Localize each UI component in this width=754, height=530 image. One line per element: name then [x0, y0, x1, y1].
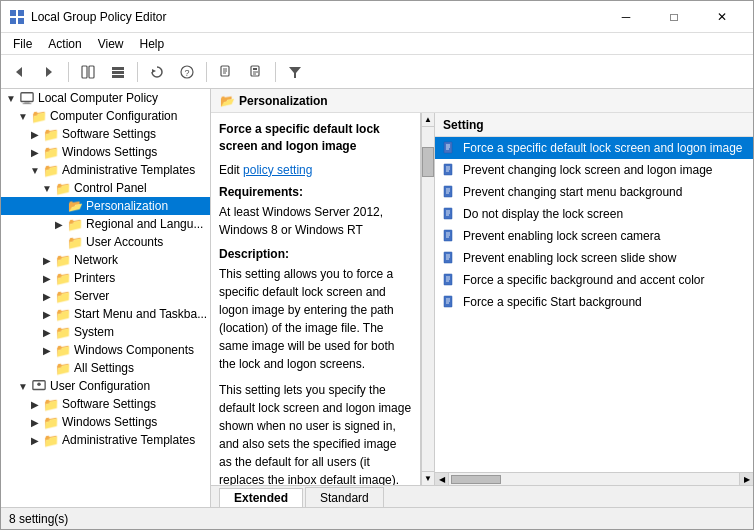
desc-scrollbar[interactable]: ▲ ▼	[421, 113, 435, 485]
folder-icon: 📁	[55, 342, 71, 358]
settings-item-2[interactable]: Prevent changing start menu background	[435, 181, 753, 203]
tree-item-label: Printers	[74, 271, 115, 285]
refresh-button[interactable]	[143, 59, 171, 85]
menu-file[interactable]: File	[5, 35, 40, 53]
toolbar: ?	[1, 55, 753, 89]
tree-item-software-settings[interactable]: ▶ 📁 Software Settings	[1, 125, 210, 143]
new-policy-button[interactable]	[212, 59, 240, 85]
settings-item-6[interactable]: Force a specific background and accent c…	[435, 269, 753, 291]
tree-item-label: Windows Settings	[62, 145, 157, 159]
tree-item-admin-templates-uc[interactable]: ▶ 📁 Administrative Templates	[1, 431, 210, 449]
folder-open-icon: 📂	[67, 198, 83, 214]
close-button[interactable]: ✕	[699, 1, 745, 33]
expand-icon: ▶	[27, 147, 43, 158]
minimize-button[interactable]: ─	[603, 1, 649, 33]
horiz-scrollbar[interactable]: ◀ ▶	[435, 472, 753, 485]
properties-button[interactable]	[242, 59, 270, 85]
tree-item-server[interactable]: ▶ 📁 Server	[1, 287, 210, 305]
settings-item-5[interactable]: Prevent enabling lock screen slide show	[435, 247, 753, 269]
filter-button[interactable]	[281, 59, 309, 85]
menu-view[interactable]: View	[90, 35, 132, 53]
tab-extended[interactable]: Extended	[219, 488, 303, 507]
menu-help[interactable]: Help	[132, 35, 173, 53]
requirements-text: At least Windows Server 2012, Windows 8 …	[219, 203, 412, 239]
expand-icon: ▶	[39, 255, 55, 266]
tree-item-start-menu[interactable]: ▶ 📁 Start Menu and Taskba...	[1, 305, 210, 323]
menu-action[interactable]: Action	[40, 35, 89, 53]
tree-item-local-computer[interactable]: ▼ Local Computer Policy	[1, 89, 210, 107]
scroll-left-arrow[interactable]: ◀	[435, 473, 449, 486]
tree-item-computer-config[interactable]: ▼ 📁 Computer Configuration	[1, 107, 210, 125]
setting-doc-icon-2	[441, 184, 457, 200]
tree-item-software-settings-uc[interactable]: ▶ 📁 Software Settings	[1, 395, 210, 413]
tree-item-control-panel[interactable]: ▼ 📁 Control Panel	[1, 179, 210, 197]
folder-icon: 📁	[55, 252, 71, 268]
svg-rect-0	[10, 10, 16, 16]
show-hide-button[interactable]	[74, 59, 102, 85]
settings-item-label-6: Force a specific background and accent c…	[463, 273, 747, 287]
folder-icon: 📁	[55, 180, 71, 196]
tree-item-all-settings[interactable]: 📁 All Settings	[1, 359, 210, 377]
main-window: Local Group Policy Editor ─ □ ✕ File Act…	[0, 0, 754, 530]
svg-rect-44	[444, 230, 452, 241]
settings-item-0[interactable]: Force a specific default lock screen and…	[435, 137, 753, 159]
svg-rect-3	[18, 18, 24, 24]
user-config-icon	[31, 378, 47, 394]
folder-icon: 📁	[55, 288, 71, 304]
folder-icon: 📁	[67, 216, 83, 232]
tree-item-network[interactable]: ▶ 📁 Network	[1, 251, 210, 269]
settings-item-label-4: Prevent enabling lock screen camera	[463, 229, 747, 243]
tab-standard[interactable]: Standard	[305, 487, 384, 507]
requirements-title: Requirements:	[219, 185, 412, 199]
split-panel: Force a specific default lock screen and…	[211, 113, 753, 485]
maximize-button[interactable]: □	[651, 1, 697, 33]
tree-item-admin-templates[interactable]: ▼ 📁 Administrative Templates	[1, 161, 210, 179]
tree-item-label: Computer Configuration	[50, 109, 177, 123]
settings-item-label-7: Force a specific Start background	[463, 295, 747, 309]
setting-doc-icon-4	[441, 228, 457, 244]
tree-item-user-accounts[interactable]: 📁 User Accounts	[1, 233, 210, 251]
scroll-track	[422, 127, 434, 471]
scroll-thumb[interactable]	[422, 147, 434, 177]
help-button[interactable]: ?	[173, 59, 201, 85]
svg-rect-19	[253, 68, 257, 70]
scroll-down-arrow[interactable]: ▼	[422, 471, 434, 485]
tree-item-label: Network	[74, 253, 118, 267]
tree-item-windows-settings-uc[interactable]: ▶ 📁 Windows Settings	[1, 413, 210, 431]
expand-icon: ▶	[39, 309, 55, 320]
folder-icon: 📁	[43, 414, 59, 430]
setting-doc-icon-6	[441, 272, 457, 288]
scroll-up-arrow[interactable]: ▲	[422, 113, 434, 127]
svg-rect-9	[112, 71, 124, 74]
settings-item-7[interactable]: Force a specific Start background	[435, 291, 753, 313]
tree-item-personalization[interactable]: 📂 Personalization	[1, 197, 210, 215]
setting-doc-icon-1	[441, 162, 457, 178]
expand-icon: ▶	[39, 291, 55, 302]
expand-icon: ▼	[39, 183, 55, 194]
expand-icon: ▼	[15, 111, 31, 122]
tree-item-windows-settings-cc[interactable]: ▶ 📁 Windows Settings	[1, 143, 210, 161]
back-button[interactable]	[5, 59, 33, 85]
settings-item-3[interactable]: Do not display the lock screen	[435, 203, 753, 225]
forward-button[interactable]	[35, 59, 63, 85]
horiz-scroll-thumb[interactable]	[451, 475, 501, 484]
settings-header: Setting	[435, 113, 753, 137]
list-view-button[interactable]	[104, 59, 132, 85]
tree-item-regional[interactable]: ▶ 📁 Regional and Langu...	[1, 215, 210, 233]
tree-item-user-configuration[interactable]: ▼ User Configuration	[1, 377, 210, 395]
settings-item-4[interactable]: Prevent enabling lock screen camera	[435, 225, 753, 247]
scroll-right-arrow[interactable]: ▶	[739, 473, 753, 486]
edit-label: Edit	[219, 163, 240, 177]
desc-edit-section: Edit policy setting	[219, 163, 412, 177]
tree-item-label: Regional and Langu...	[86, 217, 203, 231]
settings-item-1[interactable]: Prevent changing lock screen and logon i…	[435, 159, 753, 181]
setting-doc-icon-7	[441, 294, 457, 310]
policy-link[interactable]: policy setting	[243, 163, 312, 177]
settings-list-container: Setting Force a specific default lock sc…	[435, 113, 753, 485]
computer-icon	[19, 90, 35, 106]
tree-item-printers[interactable]: ▶ 📁 Printers	[1, 269, 210, 287]
app-icon	[9, 9, 25, 25]
tree-item-windows-components[interactable]: ▶ 📁 Windows Components	[1, 341, 210, 359]
svg-rect-56	[444, 296, 452, 307]
tree-item-system[interactable]: ▶ 📁 System	[1, 323, 210, 341]
